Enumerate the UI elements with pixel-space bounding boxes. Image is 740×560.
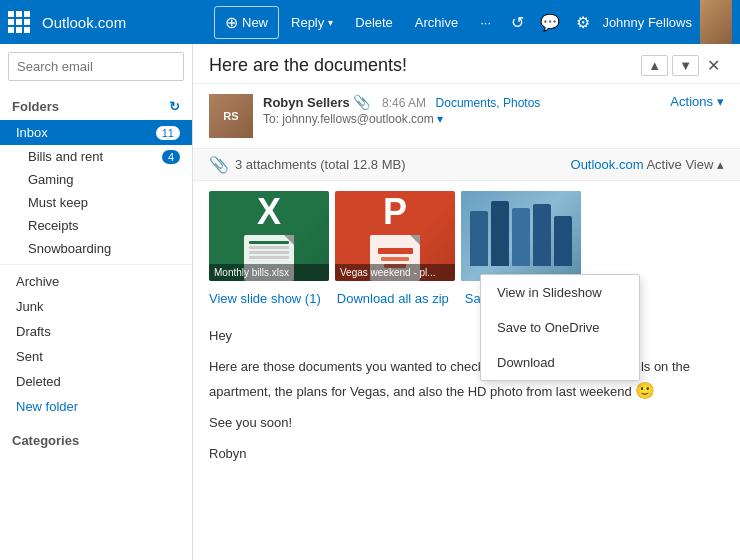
delete-button[interactable]: Delete — [345, 9, 403, 36]
content-area: Here are the documents! ▲ ▼ ✕ RS Robyn S… — [193, 44, 740, 560]
email-view: Here are the documents! ▲ ▼ ✕ RS Robyn S… — [193, 44, 740, 560]
email-subject: Here are the documents! — [209, 55, 407, 76]
download-zip-link[interactable]: Download all as zip — [337, 291, 449, 306]
folders-title: Folders ↻ — [0, 93, 192, 120]
plus-icon: ⊕ — [225, 13, 238, 32]
chevron-up-icon: ▴ — [717, 157, 724, 172]
waffle-icon[interactable] — [8, 11, 30, 33]
paperclip-icon: 📎 — [209, 155, 229, 174]
active-view: Outlook.com Active View ▴ — [571, 157, 724, 172]
people-group — [470, 201, 572, 272]
sender-tags[interactable]: Documents, Photos — [436, 96, 541, 110]
logo-text: Outlook.com — [42, 14, 126, 31]
inbox-badge: 11 — [156, 126, 180, 140]
user-name: Johnny Fellows — [602, 15, 692, 30]
search-box: 🔍 — [8, 52, 184, 81]
sender-row: RS Robyn Sellers 📎 8:46 AM Documents, Ph… — [193, 84, 740, 149]
body-text: Here are those documents you wanted to c… — [209, 357, 724, 403]
logo: Outlook.com — [8, 11, 208, 33]
sender-info: Robyn Sellers 📎 8:46 AM Documents, Photo… — [263, 94, 660, 126]
chevron-down-icon: ▾ — [717, 94, 724, 109]
top-bar-right: ↺ 💬 ⚙ Johnny Fellows — [507, 0, 732, 44]
bills-badge: 4 — [162, 150, 180, 164]
sidebar-item-inbox[interactable]: Inbox 11 — [0, 120, 192, 145]
attach2-label: Vegas weekend - pl... — [335, 264, 455, 281]
attachment-excel[interactable]: X Monthly bills.xlsx — [209, 191, 329, 281]
excel-icon: X — [257, 191, 281, 233]
context-menu-onedrive[interactable]: Save to OneDrive — [481, 310, 639, 345]
context-menu-download[interactable]: Download — [481, 345, 639, 380]
close-button[interactable]: ✕ — [703, 54, 724, 77]
sidebar-item-drafts[interactable]: Drafts — [0, 319, 192, 344]
sidebar-item-archive[interactable]: Archive — [0, 269, 192, 294]
archive-button[interactable]: Archive — [405, 9, 468, 36]
sidebar-item-snowboarding[interactable]: Snowboarding — [0, 237, 192, 260]
body-greeting: Hey — [209, 326, 724, 347]
search-input[interactable] — [9, 53, 184, 80]
context-menu-slideshow[interactable]: View in Slideshow — [481, 275, 639, 310]
context-menu: View in Slideshow Save to OneDrive Downl… — [480, 274, 640, 381]
active-view-label: Active View — [646, 157, 713, 172]
refresh-icon[interactable]: ↻ — [169, 99, 180, 114]
new-button[interactable]: ⊕ New — [214, 6, 279, 39]
new-folder-link[interactable]: New folder — [0, 394, 192, 419]
sidebar-item-deleted[interactable]: Deleted — [0, 369, 192, 394]
top-bar: Outlook.com ⊕ New Reply ▾ Delete Archive… — [0, 0, 740, 44]
attachment-photo[interactable] — [461, 191, 581, 281]
email-nav: ▲ ▼ ✕ — [641, 54, 724, 77]
sidebar-item-sent[interactable]: Sent — [0, 344, 192, 369]
sender-time: 8:46 AM — [382, 96, 426, 110]
sender-name-row: Robyn Sellers 📎 8:46 AM Documents, Photo… — [263, 94, 660, 110]
sidebar-item-mustkeep[interactable]: Must keep — [0, 191, 192, 214]
email-body: Hey Here are those documents you wanted … — [193, 314, 740, 487]
sidebar-item-junk[interactable]: Junk — [0, 294, 192, 319]
top-bar-actions: ⊕ New Reply ▾ Delete Archive ··· — [214, 6, 501, 39]
nav-down-button[interactable]: ▼ — [672, 55, 699, 76]
reply-button[interactable]: Reply ▾ — [281, 9, 343, 36]
undo-button[interactable]: ↺ — [507, 9, 528, 36]
sender-to: To: johnny.fellows@outlook.com ▾ — [263, 112, 660, 126]
settings-button[interactable]: ⚙ — [572, 9, 594, 36]
body-closing: See you soon! — [209, 413, 724, 434]
nav-up-button[interactable]: ▲ — [641, 55, 668, 76]
attachment-ppt[interactable]: P Vegas weekend - pl... — [335, 191, 455, 281]
ppt-icon: P — [383, 191, 407, 233]
attach-actions: View slide show (1) Download all as zip … — [193, 287, 740, 314]
attachments-bar: 📎 3 attachments (total 12.8 MB) Outlook.… — [193, 149, 740, 181]
sidebar-item-gaming[interactable]: Gaming — [0, 168, 192, 191]
sidebar: 🔍 Folders ↻ Inbox 11 Bills and rent 4 Ga… — [0, 44, 193, 560]
main-layout: 🔍 Folders ↻ Inbox 11 Bills and rent 4 Ga… — [0, 44, 740, 560]
folders-section: Folders ↻ Inbox 11 Bills and rent 4 Gami… — [0, 89, 192, 423]
attach1-label: Monthly bills.xlsx — [209, 264, 329, 281]
sidebar-item-receipts[interactable]: Receipts — [0, 214, 192, 237]
actions-button[interactable]: Actions ▾ — [670, 94, 724, 109]
emoji-icon: 🙂 — [635, 382, 655, 399]
chat-button[interactable]: 💬 — [536, 9, 564, 36]
body-sign: Robyn — [209, 444, 724, 465]
attachments-grid: X Monthly bills.xlsx P — [193, 181, 740, 287]
sender-avatar: RS — [209, 94, 253, 138]
chevron-down-icon: ▾ — [328, 17, 333, 28]
outlook-link[interactable]: Outlook.com — [571, 157, 644, 172]
expand-recipients-icon[interactable]: ▾ — [437, 112, 443, 126]
sidebar-item-bills[interactable]: Bills and rent 4 — [0, 145, 192, 168]
avatar — [700, 0, 732, 44]
categories-section: Categories — [0, 423, 192, 458]
sender-name: Robyn Sellers — [263, 95, 350, 110]
email-header-bar: Here are the documents! ▲ ▼ ✕ — [193, 44, 740, 84]
attach-info: 📎 3 attachments (total 12.8 MB) — [209, 155, 406, 174]
more-button[interactable]: ··· — [470, 9, 501, 36]
categories-title: Categories — [0, 427, 192, 454]
photo-preview — [461, 191, 581, 281]
attach-clip-icon: 📎 — [353, 94, 370, 110]
slideshow-link[interactable]: View slide show (1) — [209, 291, 321, 306]
